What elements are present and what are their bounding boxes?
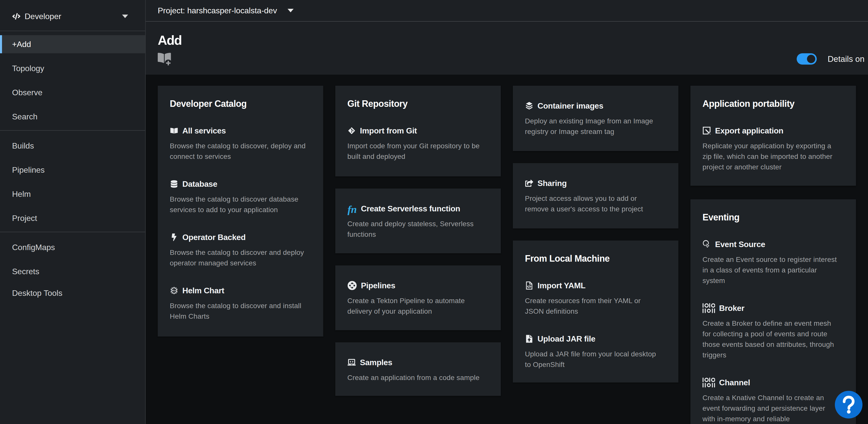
- svg-text:HELM: HELM: [171, 289, 177, 292]
